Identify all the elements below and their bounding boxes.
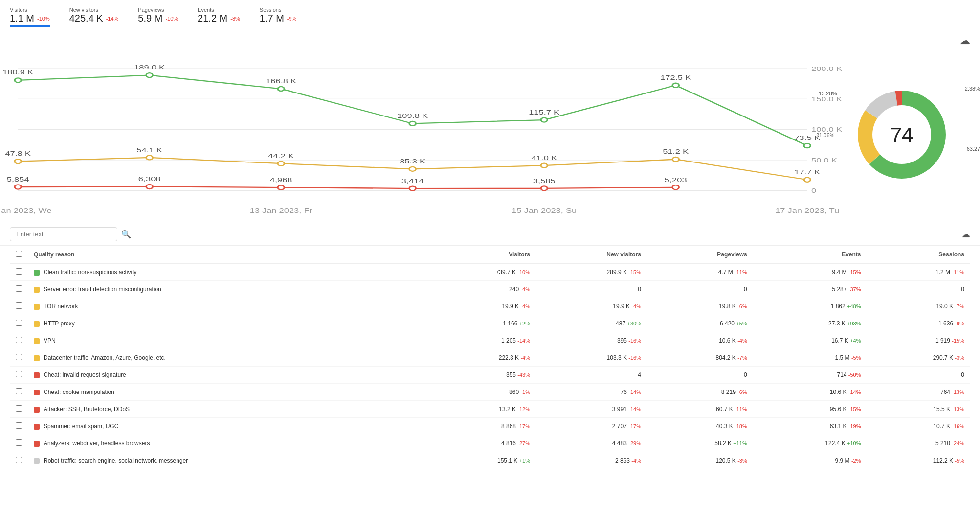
row-checkbox-10[interactable]: [10, 435, 28, 452]
new-visitors-4: 395 -16%: [536, 332, 647, 349]
sessions-0: 1.2 M -11%: [867, 264, 971, 281]
donut-legend-left: 21.06%: [816, 132, 834, 138]
sessions-10: 5 210 -24%: [867, 435, 971, 452]
svg-text:3,585: 3,585: [533, 177, 556, 184]
visitors-8: 13.2 K -12%: [425, 401, 536, 418]
metric-change-3: -8%: [230, 16, 240, 22]
search-icon[interactable]: 🔍: [121, 230, 131, 239]
upload-cloud-icon-table[interactable]: ☁: [961, 229, 970, 240]
pageviews-6: 0: [647, 367, 753, 384]
events-9: 63.1 K -19%: [753, 418, 867, 435]
row-checkbox-0[interactable]: [10, 264, 28, 281]
donut-legend-top-left: 13.28%: [819, 91, 837, 96]
pageviews-2: 19.8 K -6%: [647, 298, 753, 315]
svg-text:6,308: 6,308: [138, 176, 161, 183]
row-checkbox-4[interactable]: [10, 332, 28, 349]
donut-legend-right: 63.27%: [967, 146, 980, 152]
events-1: 5 287 -37%: [753, 281, 867, 298]
visitors-11: 155.1 K +1%: [425, 452, 536, 469]
row-checkbox-5[interactable]: [10, 349, 28, 367]
pageviews-7: 8 219 -6%: [647, 384, 753, 401]
svg-text:180.9 K: 180.9 K: [2, 69, 34, 76]
sessions-5: 290.7 K -3%: [867, 349, 971, 367]
svg-point-22: [804, 143, 810, 148]
metric-underline: [10, 25, 50, 27]
sessions-4: 1 919 -15%: [867, 332, 971, 349]
sessions-7: 764 -13%: [867, 384, 971, 401]
quality-reason-1: Server error: fraud detection misconfigu…: [28, 281, 425, 298]
table-row: VPN 1 205 -14% 395 -16% 10.6 K -4% 16.7 …: [10, 332, 970, 349]
visitors-10: 4 816 -27%: [425, 435, 536, 452]
new-visitors-3: 487 +30%: [536, 315, 647, 332]
chart-header: ☁: [0, 31, 980, 47]
quality-reason-8: Attacker: SSH, Bruteforce, DDoS: [28, 401, 425, 418]
pageviews-5: 804.2 K -7%: [647, 349, 753, 367]
new-visitors-7: 76 -14%: [536, 384, 647, 401]
metric-label-2: Pageviews: [138, 7, 178, 13]
table-row: HTTP proxy 1 166 +2% 487 +30% 6 420 +5% …: [10, 315, 970, 332]
quality-reason-5: Datacenter traffic: Amazon, Azure, Googl…: [28, 349, 425, 367]
quality-table: Quality reason Visitors New visitors Pag…: [10, 246, 970, 469]
donut-chart-area: 74 2.38% 13.28% 21.06% 63.27%: [833, 52, 970, 218]
svg-point-10: [15, 78, 21, 82]
svg-text:172.5 K: 172.5 K: [660, 74, 691, 81]
search-input[interactable]: [10, 227, 117, 241]
new-visitors-10: 4 483 -29%: [536, 435, 647, 452]
row-checkbox-7[interactable]: [10, 384, 28, 401]
events-8: 95.6 K -15%: [753, 401, 867, 418]
svg-point-28: [278, 162, 284, 166]
svg-point-16: [409, 121, 416, 126]
sessions-3: 1 636 -9%: [867, 315, 971, 332]
svg-point-42: [278, 185, 284, 190]
events-2: 1 862 +48%: [753, 298, 867, 315]
visitors-3: 1 166 +2%: [425, 315, 536, 332]
new-visitors-5: 103.3 K -16%: [536, 349, 647, 367]
visitors-5: 222.3 K -4%: [425, 349, 536, 367]
sessions-8: 15.5 K -13%: [867, 401, 971, 418]
row-checkbox-2[interactable]: [10, 298, 28, 315]
table-header-row: Quality reason Visitors New visitors Pag…: [10, 246, 970, 264]
metric-value-0: 1.1 M -10%: [10, 13, 50, 24]
row-checkbox-1[interactable]: [10, 281, 28, 298]
metric-label-4: Sessions: [260, 7, 297, 13]
table-row: Attacker: SSH, Bruteforce, DDoS 13.2 K -…: [10, 401, 970, 418]
row-checkbox-6[interactable]: [10, 367, 28, 384]
row-checkbox-9[interactable]: [10, 418, 28, 435]
top-metrics-bar: Visitors 1.1 M -10% New visitors 425.4 K…: [0, 0, 980, 31]
search-bar: 🔍 ☁: [0, 223, 980, 246]
row-checkbox-8[interactable]: [10, 401, 28, 418]
svg-text:13 Jan 2023, Fr: 13 Jan 2023, Fr: [250, 208, 312, 214]
svg-point-34: [672, 157, 679, 162]
metric-item-1: New visitors 425.4 K -14%: [69, 7, 119, 27]
events-10: 122.4 K +10%: [753, 435, 867, 452]
new-visitors-6: 4: [536, 367, 647, 384]
table-row: Robot traffic: search engine, social net…: [10, 452, 970, 469]
metric-item-2: Pageviews 5.9 M -10%: [138, 7, 178, 27]
row-checkbox-3[interactable]: [10, 315, 28, 332]
metric-value-2: 5.9 M -10%: [138, 13, 178, 24]
select-all-header[interactable]: [10, 246, 28, 264]
metric-item-3: Events 21.2 M -8%: [198, 7, 240, 27]
col-header-pageviews: Pageviews: [647, 246, 753, 264]
svg-point-12: [146, 73, 153, 77]
svg-text:166.8 K: 166.8 K: [266, 78, 297, 85]
svg-point-24: [15, 159, 21, 163]
svg-point-48: [672, 185, 679, 189]
row-checkbox-11[interactable]: [10, 452, 28, 469]
quality-reason-10: Analyzers: webdriver, headless browsers: [28, 435, 425, 452]
svg-text:15 Jan 2023, Su: 15 Jan 2023, Su: [512, 208, 577, 214]
metric-value-4: 1.7 M -9%: [260, 13, 297, 24]
new-visitors-8: 3 991 -14%: [536, 401, 647, 418]
quality-reason-11: Robot traffic: search engine, social net…: [28, 452, 425, 469]
pageviews-11: 120.5 K -3%: [647, 452, 753, 469]
svg-text:109.8 K: 109.8 K: [397, 113, 428, 119]
table-container: Quality reason Visitors New visitors Pag…: [0, 246, 980, 479]
svg-text:189.0 K: 189.0 K: [134, 64, 165, 71]
upload-cloud-icon[interactable]: ☁: [959, 34, 970, 47]
events-3: 27.3 K +93%: [753, 315, 867, 332]
metric-change-2: -10%: [165, 16, 178, 22]
donut-center-value: 74: [891, 123, 913, 147]
sessions-11: 112.2 K -5%: [867, 452, 971, 469]
svg-point-40: [146, 185, 153, 189]
svg-text:4,968: 4,968: [270, 177, 292, 184]
